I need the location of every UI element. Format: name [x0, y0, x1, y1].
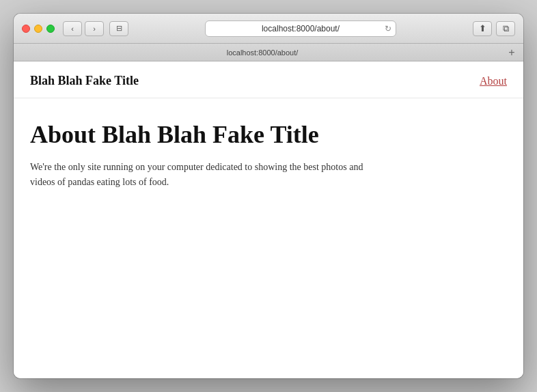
page-body: We're the only site running on your comp…	[30, 160, 372, 191]
tab-url: localhost:8000/about/	[19, 48, 506, 57]
tab-bar: localhost:8000/about/ +	[14, 44, 523, 61]
traffic-lights	[22, 25, 55, 33]
about-nav-link[interactable]: About	[480, 75, 507, 87]
new-window-button[interactable]: ⧉	[496, 21, 515, 36]
url-text: localhost:8000/about/	[262, 24, 340, 33]
forward-button[interactable]: ›	[85, 21, 104, 36]
browser-window: ‹ › ⊟ localhost:8000/about/ ↻ ⬆ ⧉ local	[14, 14, 523, 378]
site-title: Blah Blah Fake Title	[30, 74, 139, 88]
new-window-icon: ⧉	[503, 23, 509, 34]
site-header: Blah Blah Fake Title About	[14, 61, 523, 98]
page-heading: About Blah Blah Fake Title	[30, 120, 507, 149]
new-tab-button[interactable]: +	[506, 46, 518, 59]
address-bar[interactable]: localhost:8000/about/ ↻	[205, 20, 396, 37]
back-button[interactable]: ‹	[63, 21, 82, 36]
share-button[interactable]: ⬆	[473, 21, 492, 36]
minimize-button[interactable]	[34, 25, 42, 33]
main-content: About Blah Blah Fake Title We're the onl…	[14, 98, 523, 207]
webpage: Blah Blah Fake Title About About Blah Bl…	[14, 61, 523, 378]
sidebar-icon: ⊟	[116, 24, 122, 33]
sidebar-button[interactable]: ⊟	[109, 21, 128, 36]
action-buttons: ⬆ ⧉	[473, 21, 515, 36]
title-bar: ‹ › ⊟ localhost:8000/about/ ↻ ⬆ ⧉	[14, 14, 523, 44]
nav-buttons: ‹ ›	[63, 21, 104, 36]
address-bar-container: localhost:8000/about/ ↻	[137, 20, 465, 37]
share-icon: ⬆	[479, 23, 486, 33]
reload-button[interactable]: ↻	[385, 24, 391, 33]
close-button[interactable]	[22, 25, 30, 33]
forward-icon: ›	[93, 25, 96, 33]
maximize-button[interactable]	[46, 25, 55, 33]
back-icon: ‹	[71, 25, 74, 33]
